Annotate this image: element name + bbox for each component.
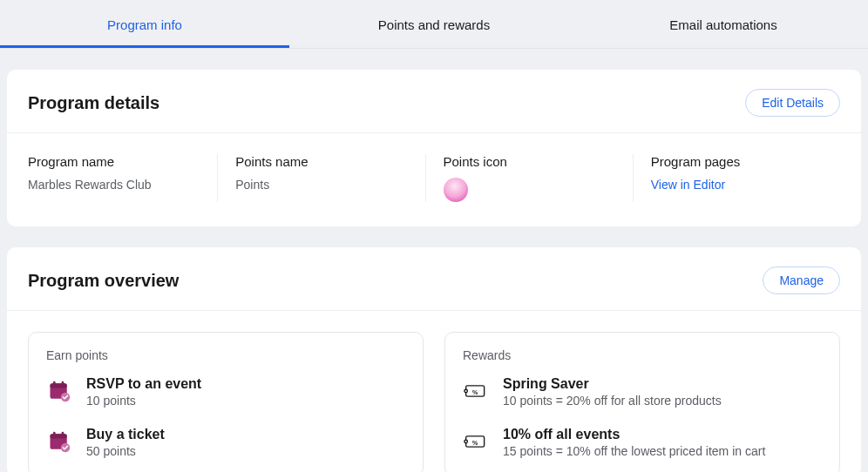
svg-rect-6 — [51, 434, 67, 438]
svg-rect-1 — [51, 383, 67, 388]
svg-rect-2 — [53, 381, 56, 386]
calendar-check-icon — [46, 428, 72, 455]
list-item: % 10% off all events 15 points = 10% off… — [463, 427, 822, 458]
earn-points-card: Earn points RSVP to an event 10 points — [28, 332, 424, 472]
detail-points-name: Points name Points — [217, 154, 424, 202]
edit-details-button[interactable]: Edit Details — [745, 89, 840, 117]
detail-label-program-name: Program name — [28, 154, 200, 169]
program-overview-header: Program overview Manage — [7, 247, 861, 310]
detail-value-program-name: Marbles Rewards Club — [28, 178, 200, 192]
detail-value-points-name: Points — [235, 178, 407, 192]
tab-points-rewards[interactable]: Points and rewards — [289, 0, 579, 48]
detail-label-points-icon: Points icon — [444, 154, 615, 169]
details-grid: Program name Marbles Rewards Club Points… — [7, 132, 861, 226]
tab-email-automations[interactable]: Email automations — [579, 0, 868, 48]
overview-body: Earn points RSVP to an event 10 points — [7, 310, 861, 472]
list-item: % Spring Saver 10 points = 20% off for a… — [463, 376, 822, 408]
list-item-sub: 10 points = 20% off for all store produc… — [503, 394, 822, 408]
program-details-header: Program details Edit Details — [7, 70, 861, 132]
detail-points-icon: Points icon — [425, 154, 633, 202]
program-overview-title: Program overview — [28, 271, 179, 291]
svg-rect-7 — [53, 432, 56, 436]
detail-program-pages: Program pages View in Editor — [633, 154, 840, 202]
list-item-title: Buy a ticket — [86, 427, 405, 442]
tabs-bar: Program info Points and rewards Email au… — [0, 0, 868, 49]
list-item-sub: 10 points — [86, 394, 405, 408]
view-in-editor-link[interactable]: View in Editor — [651, 178, 823, 192]
svg-rect-8 — [62, 432, 64, 436]
rewards-heading: Rewards — [463, 348, 822, 362]
detail-label-points-name: Points name — [235, 154, 407, 169]
program-details-section: Program details Edit Details Program nam… — [7, 70, 861, 226]
list-item-text: RSVP to an event 10 points — [86, 376, 405, 408]
tab-program-info[interactable]: Program info — [0, 0, 289, 48]
svg-text:%: % — [472, 389, 478, 395]
coupon-icon: % — [463, 428, 489, 455]
list-item-title: 10% off all events — [503, 427, 822, 442]
list-item-sub: 15 points = 10% off the lowest priced it… — [503, 444, 822, 458]
svg-rect-3 — [62, 381, 64, 386]
manage-button[interactable]: Manage — [763, 266, 840, 294]
svg-point-11 — [465, 389, 468, 393]
list-item-text: Spring Saver 10 points = 20% off for all… — [503, 376, 822, 408]
detail-program-name: Program name Marbles Rewards Club — [28, 154, 217, 202]
rewards-card: Rewards % Spring Saver 10 points = 20% o… — [444, 332, 840, 472]
list-item-text: 10% off all events 15 points = 10% off t… — [503, 427, 822, 458]
coupon-icon: % — [463, 378, 489, 404]
detail-label-program-pages: Program pages — [651, 154, 823, 169]
list-item-title: RSVP to an event — [86, 376, 405, 392]
list-item: Buy a ticket 50 points — [46, 427, 405, 458]
list-item-title: Spring Saver — [503, 376, 822, 392]
list-item-sub: 50 points — [86, 444, 405, 458]
program-overview-section: Program overview Manage Earn points — [7, 247, 861, 472]
svg-text:%: % — [472, 440, 478, 446]
list-item: RSVP to an event 10 points — [46, 376, 405, 408]
program-details-title: Program details — [28, 93, 159, 113]
list-item-text: Buy a ticket 50 points — [86, 427, 405, 458]
svg-point-14 — [465, 440, 468, 443]
earn-points-heading: Earn points — [46, 348, 405, 362]
calendar-check-icon — [46, 378, 72, 404]
points-icon — [444, 178, 468, 202]
